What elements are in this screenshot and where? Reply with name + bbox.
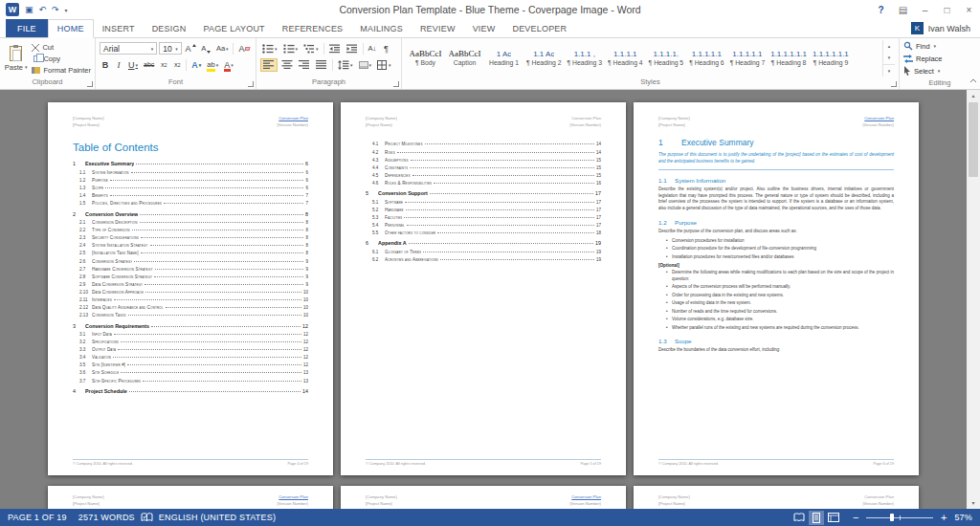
find-button[interactable]: Find▾: [903, 40, 976, 52]
align-center-button[interactable]: [279, 58, 295, 72]
toc-entry[interactable]: 3.3 Output Data 12: [73, 347, 308, 353]
toc-entry[interactable]: 5.1 Software 17: [366, 200, 601, 206]
ribbon-tab[interactable]: INSERT: [94, 19, 144, 37]
toc-entry[interactable]: 1.3 Scope 6: [73, 186, 308, 191]
font-color-button[interactable]: A▾: [222, 58, 235, 72]
account-area[interactable]: K Ivan Walsh: [911, 19, 980, 37]
replace-button[interactable]: Replace: [903, 53, 976, 64]
proofing-icon[interactable]: [141, 513, 153, 522]
toc-entry[interactable]: 2.4 System Installation Strategy 8: [73, 243, 308, 249]
styles-scroll-down-icon[interactable]: ▾: [883, 52, 895, 63]
toc-entry[interactable]: 4.3 Assumptions 15: [366, 158, 601, 164]
toc-entry[interactable]: 6.1 Glossary of Terms 19: [366, 250, 601, 255]
toc-entry[interactable]: 2.13 Conversion Tasks 10: [73, 313, 308, 318]
align-right-button[interactable]: [297, 58, 312, 72]
toc-entry[interactable]: 3.2 Specifications 12: [73, 340, 308, 345]
styles-more-icon[interactable]: ▾: [883, 64, 895, 77]
toc-entry[interactable]: 4.2 Risks 14: [366, 150, 601, 156]
font-size-select[interactable]: 10▾: [159, 42, 181, 55]
format-painter-button[interactable]: Format Painter: [32, 65, 91, 76]
toc-entry[interactable]: 4.1 Project Milestones 14: [366, 142, 601, 147]
vertical-scrollbar[interactable]: ▴ ▾: [967, 90, 980, 509]
shading-button[interactable]: ▾: [357, 58, 374, 72]
grow-font-button[interactable]: A: [184, 42, 198, 55]
ribbon-tab[interactable]: MAILINGS: [351, 19, 412, 37]
zoom-thumb[interactable]: [890, 514, 894, 521]
page-6-partial[interactable]: [Company Name][Project Name]Conversion P…: [634, 486, 919, 509]
toc-entry[interactable]: 2.11 Interfaces 10: [73, 297, 308, 303]
style-card[interactable]: 1.1.1.1 ¶ Heading 4: [605, 40, 646, 75]
clipboard-dialog-launcher-icon[interactable]: [87, 81, 93, 87]
style-card[interactable]: 1.1.1.1.1.1 ¶ Heading 8: [768, 40, 810, 75]
toc-entry[interactable]: 4 Project Schedule 14: [73, 388, 308, 394]
font-dialog-launcher-icon[interactable]: [248, 81, 254, 87]
scroll-down-icon[interactable]: ▾: [971, 497, 974, 509]
zoom-slider[interactable]: [866, 512, 933, 523]
ribbon-tab[interactable]: DEVELOPER: [503, 19, 575, 37]
save-icon[interactable]: ▣: [25, 5, 33, 14]
page-indicator[interactable]: PAGE 1 OF 19: [8, 513, 67, 522]
toc-entry[interactable]: 2.7 Hardware Conversion Strategy 9: [73, 267, 308, 273]
style-card[interactable]: AaBbCcI ¶ Body: [406, 40, 445, 75]
toc-entry[interactable]: 5 Conversion Support 17: [366, 190, 601, 196]
toc-entry[interactable]: 4.6 Roles & Responsibilities 16: [366, 181, 601, 186]
scroll-up-icon[interactable]: ▴: [971, 90, 974, 101]
toc-entry[interactable]: 5.4 Personnel 17: [366, 223, 601, 229]
ribbon-tab[interactable]: DESIGN: [144, 19, 195, 37]
undo-icon[interactable]: ↶: [39, 5, 47, 14]
paste-button[interactable]: Paste▾: [4, 40, 28, 77]
sort-button[interactable]: A↓: [367, 42, 379, 55]
style-card[interactable]: 1.1.1.1.1 ¶ Heading 6: [686, 40, 727, 75]
page-1[interactable]: [Company Name] [Project Name] Conversion…: [48, 102, 333, 475]
ribbon-tab[interactable]: VIEW: [464, 19, 504, 37]
toc-entry[interactable]: 2.3 Security Considerations 8: [73, 235, 308, 241]
toc-entry[interactable]: 4.4 Constraints 15: [366, 165, 601, 171]
subscript-button[interactable]: x2: [158, 58, 169, 72]
paragraph-dialog-launcher-icon[interactable]: [393, 81, 399, 87]
zoom-out-button[interactable]: −: [851, 512, 860, 523]
superscript-button[interactable]: x2: [171, 58, 183, 72]
style-card[interactable]: 1.1.1.1. ¶ Heading 5: [646, 40, 687, 75]
qat-customize-icon[interactable]: ▾: [65, 7, 68, 13]
web-layout-icon[interactable]: [826, 511, 841, 525]
toc-entry[interactable]: 3.6 Site Schedule 13: [73, 370, 308, 376]
toc-entry[interactable]: 2.8 Software Conversion Strategy 9: [73, 274, 308, 280]
style-card[interactable]: 1.1.1.1.1 ¶ Heading 7: [727, 40, 768, 75]
ribbon-tab[interactable]: REVIEW: [412, 19, 464, 37]
toc-entry[interactable]: 4.5 Dependencies 15: [366, 173, 601, 179]
clear-formatting-button[interactable]: A: [236, 42, 252, 55]
bold-button[interactable]: B: [100, 58, 111, 72]
page-2[interactable]: [Company Name] [Project Name] Conversion…: [341, 102, 626, 475]
decrease-indent-button[interactable]: [327, 42, 343, 55]
underline-button[interactable]: U▾: [126, 58, 140, 72]
page-5-partial[interactable]: [Company Name][Project Name]Conversion P…: [341, 486, 626, 509]
zoom-level[interactable]: 57%: [954, 513, 972, 522]
borders-button[interactable]: ▾: [375, 58, 393, 72]
toc-entry[interactable]: 2.6 Conversion Strategy 9: [73, 259, 308, 265]
toc-entry[interactable]: 3.4 Validation 12: [73, 355, 308, 361]
page-3[interactable]: [Company Name] [Project Name] Conversion…: [634, 102, 919, 475]
help-icon[interactable]: ?: [870, 0, 892, 19]
toc-entry[interactable]: 1 Executive Summary 6: [73, 161, 308, 166]
toc-entry[interactable]: 6.2 Acronyms and Abbreviations 19: [366, 257, 601, 263]
toc-entry[interactable]: 5.5 Other factors to consider 18: [366, 230, 601, 236]
line-spacing-button[interactable]: ▾: [336, 58, 355, 72]
ribbon-tab[interactable]: REFERENCES: [274, 19, 352, 37]
collapse-ribbon-icon[interactable]: [969, 70, 977, 87]
style-card[interactable]: 1 Ac Heading 1: [484, 40, 523, 75]
redo-icon[interactable]: ↷: [52, 5, 59, 14]
toc-entry[interactable]: 3 Conversion Requirements 12: [73, 323, 308, 329]
toc-entry[interactable]: 3.5 Site [Identifier #] 12: [73, 362, 308, 368]
select-button[interactable]: Select▾: [903, 65, 976, 77]
toc-entry[interactable]: 2.2 Type of Conversion 8: [73, 228, 308, 233]
strikethrough-button[interactable]: abc: [142, 58, 156, 72]
toc-entry[interactable]: 2.10 Data Conversion Approach 10: [73, 290, 308, 296]
style-card[interactable]: 1.1.1 , ¶ Heading 3: [565, 40, 606, 75]
cut-button[interactable]: Cut: [32, 42, 91, 53]
restore-icon[interactable]: □: [936, 0, 958, 19]
style-card[interactable]: 1.1 Ac ¶ Heading 2: [523, 40, 565, 75]
shrink-font-button[interactable]: A: [199, 42, 212, 55]
styles-dialog-launcher-icon[interactable]: [891, 81, 897, 87]
toc-entry[interactable]: 2.1 Conversion Description 8: [73, 220, 308, 226]
multilevel-list-button[interactable]: ▾: [301, 42, 321, 55]
